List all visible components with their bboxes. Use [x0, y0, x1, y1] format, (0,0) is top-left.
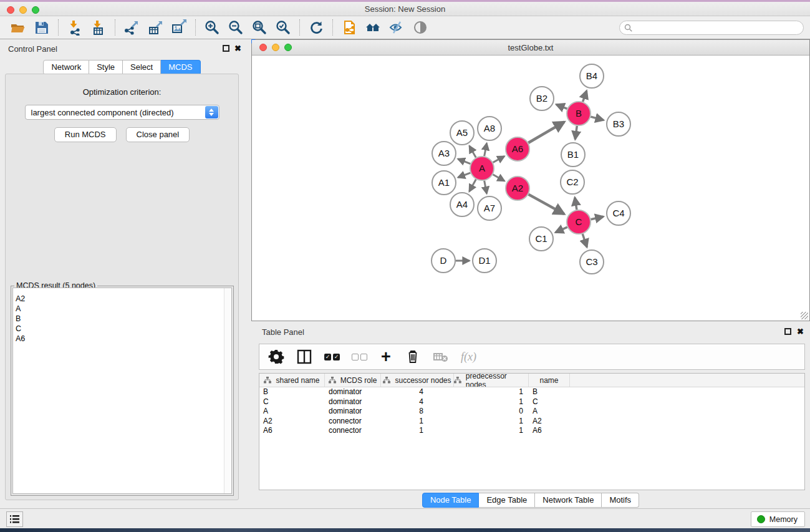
criterion-dropdown[interactable]: largest connected component (directed)	[25, 105, 219, 120]
column-manager-button[interactable]	[296, 349, 312, 365]
close-panel-icon[interactable]: ✖	[234, 44, 241, 53]
home-button[interactable]	[361, 17, 385, 37]
node-A5[interactable]: A5	[450, 121, 474, 145]
table-tab-edge-table[interactable]: Edge Table	[479, 493, 535, 508]
table-tab-network-table[interactable]: Network Table	[535, 493, 602, 508]
edge-C-C3[interactable]	[582, 234, 587, 247]
table-settings-button[interactable]	[268, 349, 284, 365]
network-view-window[interactable]: testGlobe.txt AA1A3A4A5A7A8A6A2BB1B2B3B4…	[251, 39, 810, 321]
table-tab-motifs[interactable]: Motifs	[602, 493, 639, 508]
table-cell[interactable]: 8	[381, 407, 454, 417]
export-image-button[interactable]	[167, 17, 191, 37]
table-row[interactable]: Cdominator41C	[259, 397, 804, 407]
node-A3[interactable]: A3	[432, 142, 456, 165]
memory-button[interactable]: Memory	[751, 511, 805, 527]
export-table-button[interactable]	[143, 17, 167, 37]
tab-select[interactable]: Select	[123, 60, 161, 75]
node-C4[interactable]: C4	[607, 201, 630, 225]
edge-B-B4[interactable]	[583, 91, 587, 102]
table-cell[interactable]: B	[259, 387, 325, 397]
table-cell[interactable]: 4	[381, 387, 454, 397]
node-A4[interactable]: A4	[450, 193, 474, 216]
save-session-button[interactable]	[30, 17, 54, 37]
column-header-shared-name[interactable]: shared name	[259, 374, 325, 387]
table-cell[interactable]: 0	[454, 407, 529, 417]
table-cell[interactable]: C	[529, 397, 570, 407]
node-A1[interactable]: A1	[432, 171, 456, 195]
node-B3[interactable]: B3	[607, 112, 630, 136]
table-cell[interactable]: B	[529, 387, 570, 397]
column-header-name[interactable]: name	[529, 374, 570, 387]
network-window-titlebar[interactable]: testGlobe.txt	[252, 40, 809, 56]
edge-A-A4[interactable]	[470, 180, 476, 191]
table-cell[interactable]: dominator	[325, 387, 381, 397]
table-cell[interactable]: A6	[259, 426, 325, 436]
node-C3[interactable]: C3	[580, 250, 604, 274]
zoom-fit-button[interactable]	[248, 17, 271, 37]
edge-A2-C[interactable]	[529, 195, 564, 214]
table-close-panel-icon[interactable]: ✖	[797, 327, 804, 336]
table-float-panel-icon[interactable]	[784, 328, 791, 335]
node-C2[interactable]: C2	[561, 170, 584, 194]
import-table-button[interactable]	[87, 17, 110, 37]
tab-mcds[interactable]: MCDS	[161, 60, 200, 75]
edge-A-A3[interactable]	[458, 159, 470, 164]
hide-panels-button[interactable]	[385, 17, 408, 37]
node-B[interactable]: B	[567, 102, 591, 125]
delete-column-button[interactable]	[405, 349, 421, 365]
mcds-result-item[interactable]: A6	[13, 334, 231, 344]
table-cell[interactable]: A2	[529, 417, 570, 427]
edge-C-C4[interactable]	[591, 216, 604, 219]
node-B2[interactable]: B2	[530, 87, 554, 110]
float-panel-icon[interactable]	[223, 45, 229, 52]
mcds-result-item[interactable]: C	[13, 324, 231, 334]
node-A7[interactable]: A7	[478, 196, 501, 220]
refresh-view-button[interactable]	[304, 17, 328, 37]
edge-A6-B[interactable]	[528, 122, 564, 143]
table-cell[interactable]: A	[259, 407, 325, 417]
search-field[interactable]	[619, 21, 804, 35]
mcds-result-item[interactable]: A	[13, 304, 231, 314]
show-panel-list-button[interactable]	[6, 511, 23, 527]
table-cell[interactable]: 1	[454, 387, 529, 397]
select-all-columns-button[interactable]: ✓✓	[324, 349, 340, 365]
node-D[interactable]: D	[432, 249, 455, 273]
mcds-result-item[interactable]: A2	[13, 294, 231, 304]
edge-A-A6[interactable]	[493, 157, 504, 163]
zoom-out-button[interactable]	[224, 17, 248, 37]
zoom-in-button[interactable]	[200, 17, 224, 37]
table-cell[interactable]: 1	[381, 417, 454, 427]
edge-B-B2[interactable]	[556, 104, 567, 109]
edge-B-B1[interactable]	[575, 126, 577, 139]
open-file-button[interactable]	[6, 17, 30, 37]
table-row[interactable]: Adominator80A	[259, 407, 804, 417]
tab-network[interactable]: Network	[43, 60, 89, 75]
edge-A-A2[interactable]	[493, 175, 504, 181]
node-A2[interactable]: A2	[506, 177, 529, 200]
table-cell[interactable]: A	[529, 407, 570, 417]
table-tab-node-table[interactable]: Node Table	[422, 493, 480, 508]
node-B4[interactable]: B4	[580, 64, 604, 88]
edge-A-A5[interactable]	[470, 146, 476, 158]
table-cell[interactable]: connector	[325, 417, 381, 427]
node-A8[interactable]: A8	[478, 117, 501, 140]
table-cell[interactable]: dominator	[325, 397, 381, 407]
table-cell[interactable]: 1	[381, 426, 454, 436]
window-resize-grip[interactable]	[801, 312, 808, 319]
node-C1[interactable]: C1	[529, 227, 553, 251]
main-titlebar[interactable]: Session: New Session	[0, 2, 810, 16]
network-canvas[interactable]: AA1A3A4A5A7A8A6A2BB1B2B3B4CC1C2C3C4DD1	[252, 56, 809, 321]
edge-C-C2[interactable]	[575, 198, 577, 210]
table-cell[interactable]: 1	[454, 417, 529, 427]
edge-C-C1[interactable]	[556, 227, 567, 233]
node-A[interactable]: A	[470, 157, 494, 180]
import-network-button[interactable]	[63, 17, 87, 37]
mcds-result-list[interactable]: A2ABCA6	[12, 288, 232, 494]
table-row[interactable]: A6connector11A6	[259, 426, 804, 436]
node-A6[interactable]: A6	[506, 137, 529, 161]
node-C[interactable]: C	[567, 210, 591, 234]
mcds-result-item[interactable]: B	[13, 314, 231, 324]
node-D1[interactable]: D1	[473, 249, 496, 273]
node-B1[interactable]: B1	[561, 143, 585, 167]
run-mcds-button[interactable]: Run MCDS	[54, 127, 117, 142]
